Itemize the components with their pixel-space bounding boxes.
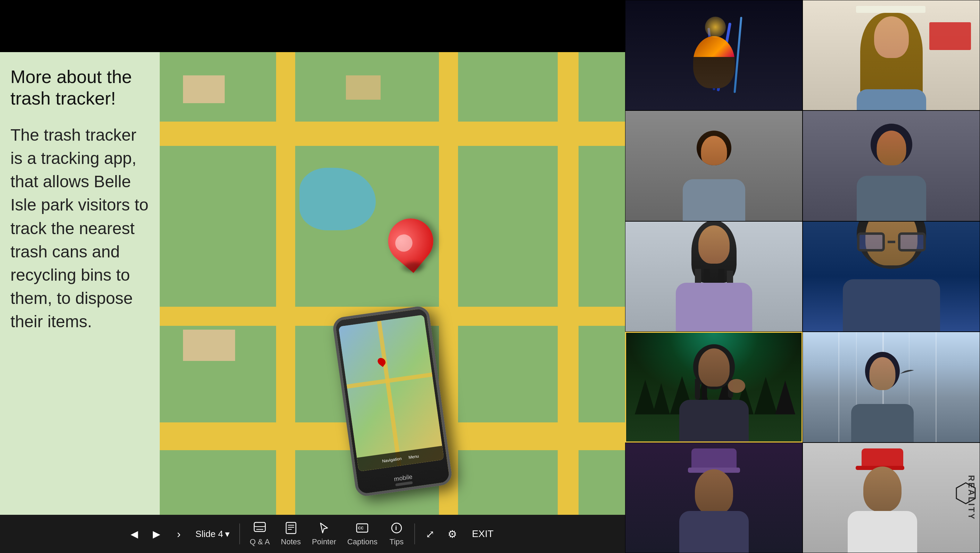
notes-icon <box>285 522 297 536</box>
vc7-person-area <box>679 344 749 441</box>
svg-text:CC: CC <box>358 526 364 530</box>
vc2-person-area <box>860 13 923 110</box>
location-pin <box>386 217 436 276</box>
toolbar: ◀ ▶ › Slide 4 ▾ <box>0 515 625 553</box>
vc3-person-area <box>686 131 742 221</box>
video-cell-inner-5 <box>625 222 802 331</box>
prev-icon: ◀ <box>130 528 138 540</box>
notes-label: Notes <box>281 537 301 547</box>
glasses-bridge <box>888 241 895 243</box>
presentation-area: More about the trash tracker! The trash … <box>0 0 625 553</box>
road-v3 <box>558 52 579 515</box>
qa-button[interactable]: Q & A <box>245 520 274 548</box>
vc5-hair <box>691 221 737 283</box>
video-cell-inner-6 <box>803 222 980 331</box>
video-cell-inner-4 <box>803 111 980 221</box>
hex-icon <box>954 481 978 505</box>
play-icon: ▶ <box>153 528 161 540</box>
captions-label: Captions <box>347 537 377 547</box>
pointer-button[interactable]: Pointer <box>308 520 340 548</box>
next-cursor-button[interactable]: › <box>169 524 189 543</box>
video-grid: REALITY <box>625 0 980 553</box>
vc7-person <box>679 344 749 441</box>
video-cell-5 <box>625 221 803 332</box>
video-cell-10: REALITY <box>803 443 980 553</box>
video-cell-inner-3 <box>625 111 802 221</box>
exit-button[interactable]: EXIT <box>465 526 500 542</box>
vc8-hair <box>865 352 900 390</box>
vc1-hair <box>693 36 735 57</box>
vc10-cap <box>862 448 903 467</box>
vc6-glasses <box>857 233 926 252</box>
road-h1 <box>160 121 625 146</box>
captions-button[interactable]: CC Captions <box>343 520 382 548</box>
building3 <box>183 330 235 361</box>
vc5-face <box>698 225 730 264</box>
vc8-person <box>851 352 914 442</box>
slide-title: More about the trash tracker! <box>10 66 150 109</box>
video-cell-inner-7 <box>626 333 802 441</box>
vc2-face <box>874 16 909 58</box>
video-cell-inner-2 <box>803 0 980 110</box>
tree8 <box>775 380 795 414</box>
top-black-bar <box>0 0 625 52</box>
tips-label: Tips <box>390 537 404 547</box>
vc4-face <box>877 131 906 165</box>
vc9-hat <box>691 448 737 469</box>
vc6-person <box>830 221 952 331</box>
video-cell-8 <box>803 332 980 442</box>
video-cell-2 <box>803 0 980 110</box>
svg-rect-3 <box>286 523 296 534</box>
slide-dropdown-arrow: ▾ <box>225 529 229 539</box>
tips-icon: i <box>390 522 403 536</box>
vc5-person-area <box>676 221 752 331</box>
pointer-icon <box>318 522 330 536</box>
vc9-face <box>695 469 733 515</box>
tips-button[interactable]: i Tips <box>385 520 409 548</box>
vc5-person <box>676 221 752 331</box>
vc4-hair <box>870 124 912 165</box>
slide-image-area: Navigation Menu mobile <box>160 52 625 515</box>
video-cell-inner-1 <box>625 0 802 110</box>
vc8-person-area <box>851 352 914 442</box>
vc4-body <box>857 176 926 221</box>
vc9-body <box>679 511 749 553</box>
vc8-body <box>851 404 914 442</box>
video-cell-inner-9 <box>625 443 802 553</box>
expand-button[interactable]: ⤢ <box>420 524 440 543</box>
svg-text:i: i <box>395 524 397 531</box>
vc10-person-area <box>848 448 917 553</box>
pointer-label: Pointer <box>312 537 336 547</box>
vc2-shoulders <box>857 89 926 110</box>
play-button[interactable]: ▶ <box>147 524 166 543</box>
vc6-person-area <box>830 221 952 331</box>
qa-label: Q & A <box>250 537 269 547</box>
vc3-face <box>701 136 727 165</box>
slide-indicator[interactable]: Slide 4 ▾ <box>191 527 234 542</box>
vc7-head <box>693 344 735 389</box>
vc10-person <box>848 448 917 553</box>
settings-button[interactable]: ⚙ <box>443 524 462 543</box>
notes-button[interactable]: Notes <box>277 520 305 548</box>
expand-icon: ⤢ <box>426 528 434 540</box>
toolbar-separator-2 <box>414 523 415 544</box>
exit-label: EXIT <box>472 528 493 539</box>
svg-marker-11 <box>956 483 975 504</box>
pin-highlight <box>392 231 416 255</box>
svg-rect-1 <box>254 523 265 527</box>
prev-button[interactable]: ◀ <box>125 524 144 543</box>
vc10-face <box>863 467 902 512</box>
slide-image: Navigation Menu mobile <box>160 52 625 515</box>
video-cell-inner-10: REALITY <box>803 443 980 553</box>
vc4-person-area <box>857 124 926 221</box>
video-cell-4 <box>803 110 980 221</box>
vc3-hair <box>697 131 731 165</box>
video-cell-6 <box>803 221 980 332</box>
video-cell-inner-8 <box>803 332 980 442</box>
vc3-body <box>683 179 745 221</box>
captions-icon: CC <box>356 522 369 536</box>
main-layout: More about the trash tracker! The trash … <box>0 0 980 553</box>
settings-icon: ⚙ <box>448 528 457 540</box>
vc9-person-area <box>679 448 749 553</box>
vc3-person <box>686 131 742 221</box>
